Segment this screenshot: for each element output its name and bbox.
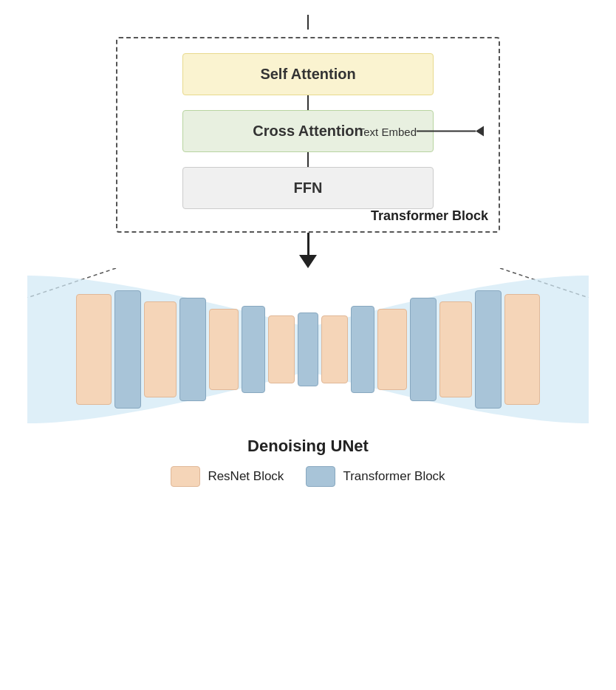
cross-attention-label: Cross Attention: [253, 123, 363, 139]
transformer-block-2: [179, 298, 206, 401]
resnet-block-6: [377, 309, 407, 390]
self-attention-label: Self Attention: [260, 66, 355, 82]
resnet-block-5: [321, 315, 348, 383]
transformer-block-box: Self Attention Cross Attention Text Embe…: [116, 37, 500, 233]
connector-line-1: [307, 95, 309, 110]
text-embed-arrow: Text Embed: [352, 125, 484, 137]
transformer-block-label: Transformer Block: [371, 208, 488, 224]
text-embed-arrowhead: [476, 126, 484, 137]
big-arrow-container: [299, 233, 317, 268]
blocks-container: [27, 284, 589, 414]
legend-transformer-swatch: [306, 466, 335, 487]
legend-resnet-swatch: [171, 466, 200, 487]
transformer-block-7: [475, 290, 502, 409]
ffn-box: FFN: [182, 167, 434, 209]
resnet-block-8: [504, 294, 540, 405]
big-v-line: [307, 233, 309, 255]
legend-resnet-label: ResNet Block: [208, 469, 284, 484]
resnet-block-7: [439, 301, 472, 397]
legend: ResNet Block Transformer Block: [171, 466, 445, 487]
cross-attention-row: Cross Attention Text Embed: [140, 110, 476, 152]
connector-line-2: [307, 152, 309, 167]
legend-transformer-label: Transformer Block: [343, 469, 445, 484]
main-container: Self Attention Cross Attention Text Embe…: [0, 0, 616, 690]
transformer-block-4: [298, 312, 318, 386]
unet-section: Denoising UNet: [27, 268, 589, 456]
transformer-block-5: [351, 306, 374, 393]
page-wrapper: Self Attention Cross Attention Text Embe…: [30, 15, 586, 675]
self-attention-box: Self Attention: [182, 53, 434, 95]
resnet-block-2: [144, 301, 177, 397]
transformer-block-6: [410, 298, 437, 401]
transformer-block-1: [114, 290, 141, 409]
text-embed-label: Text Embed: [358, 125, 417, 137]
top-entry-line: [307, 15, 309, 30]
unet-bg: [27, 268, 589, 431]
resnet-block-1: [76, 294, 112, 405]
resnet-block-4: [268, 315, 295, 383]
resnet-block-3: [209, 309, 239, 390]
legend-resnet: ResNet Block: [171, 466, 284, 487]
text-embed-line: [417, 131, 476, 132]
big-arrow-down: [299, 255, 317, 268]
ffn-label: FFN: [294, 180, 323, 196]
unet-label: Denoising UNet: [27, 437, 589, 456]
legend-transformer: Transformer Block: [306, 466, 445, 487]
transformer-block-3: [242, 306, 265, 393]
